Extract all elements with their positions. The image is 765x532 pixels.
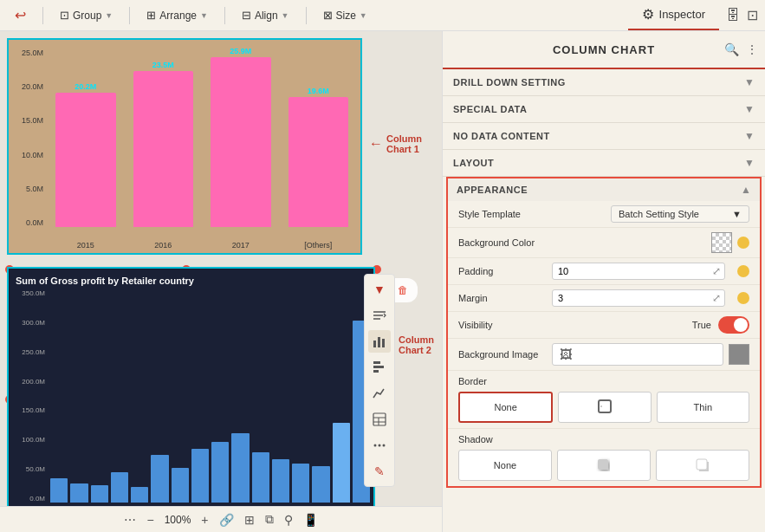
drill-down-section[interactable]: DRILL DOWN SETTING ▼ <box>443 69 765 96</box>
shadow-thin-option[interactable] <box>656 450 749 481</box>
link-icon[interactable]: 🔗 <box>219 513 234 527</box>
bg-image-row: Background Image 🖼 <box>448 339 760 371</box>
bg-image-input[interactable]: 🖼 <box>552 343 723 366</box>
border-thin-option[interactable]: Thin <box>657 392 749 423</box>
visibility-toggle[interactable] <box>718 316 749 334</box>
svg-point-14 <box>379 444 381 447</box>
padding-input-wrap: ⤢ <box>552 263 725 280</box>
margin-dot[interactable] <box>737 292 749 304</box>
undo-button[interactable]: ↩ <box>7 3 34 27</box>
layout-chevron-icon: ▼ <box>744 157 755 169</box>
filter-icon-btn[interactable]: ▼ <box>368 278 391 301</box>
style-template-dropdown[interactable]: Batch Setting Style ▼ <box>611 205 749 223</box>
padding-expand-icon[interactable]: ⤢ <box>709 265 724 277</box>
layers-icon[interactable]: ⧉ <box>265 512 274 527</box>
appearance-chevron-icon: ▲ <box>741 184 751 196</box>
padding-input[interactable] <box>553 263 709 279</box>
size-label: Size <box>336 10 356 22</box>
border-solid-icon <box>596 398 613 417</box>
chart2-bars: Australia Brazil Finland Italy Mexico Sp… <box>47 289 373 515</box>
zoom-in-icon[interactable]: + <box>201 513 208 527</box>
no-data-section[interactable]: NO DATA CONTENT ▼ <box>443 123 765 150</box>
padding-label: Padding <box>458 266 545 276</box>
device-icon[interactable]: 📱 <box>303 513 318 527</box>
more-options-icon[interactable]: ⋮ <box>746 42 758 56</box>
arrange-label: Arrange <box>159 10 197 22</box>
align-label: Align <box>255 10 278 22</box>
delete-chart-icon[interactable]: 🗑 <box>393 281 412 300</box>
style-template-label: Style Template <box>458 209 545 219</box>
grid-icon[interactable]: ⊞ <box>244 513 255 527</box>
align-button[interactable]: ⊟ Align ▼ <box>234 5 297 25</box>
chart1-bars: 20.2M 23.5M 25.9M 19.6M <box>47 49 357 227</box>
visibility-toggle-wrap: True <box>692 316 749 334</box>
inspector-tab-button[interactable]: ⚙ Inspector <box>628 0 719 30</box>
shadow-section: Shadow None <box>448 429 760 486</box>
shadow-soft-option[interactable] <box>557 450 651 481</box>
svg-point-13 <box>374 444 377 447</box>
chart1-container[interactable]: 25.0M 20.0M 15.0M 10.0M 5.0M 0.0M 20.2M … <box>7 38 362 255</box>
menu-dots-icon[interactable]: ⋯ <box>124 513 136 527</box>
zoom-display: 100% <box>165 514 191 526</box>
inspector-panel: COLUMN CHART 🔍 ⋮ DRILL DOWN SETTING ▼ SP… <box>442 31 765 532</box>
shadow-none-option[interactable]: None <box>458 450 552 481</box>
separator2 <box>129 7 130 24</box>
group-button[interactable]: ⊡ Group ▼ <box>52 5 120 25</box>
bg-image-label: Background Image <box>458 349 545 360</box>
margin-input[interactable] <box>553 290 709 306</box>
padding-dot[interactable] <box>737 265 749 277</box>
margin-input-wrap: ⤢ <box>552 289 725 307</box>
align-chevron-icon: ▼ <box>282 11 289 20</box>
edit-icon-btn[interactable]: ✎ <box>368 460 391 483</box>
arrange-button[interactable]: ⊞ Arrange ▼ <box>139 5 216 25</box>
zoom-level-label: 100% <box>165 514 191 526</box>
visibility-label: Visibility <box>458 320 545 330</box>
special-data-section[interactable]: SPECIAL DATA ▼ <box>443 96 765 123</box>
bg-color-dot[interactable] <box>737 237 749 249</box>
bg-color-swatch[interactable] <box>711 232 732 253</box>
table-icon-btn[interactable] <box>368 408 391 431</box>
margin-label: Margin <box>458 293 545 303</box>
database-icon[interactable]: 🗄 <box>726 8 740 23</box>
shadow-label: Shadow <box>458 434 749 444</box>
style-dropdown-chevron-icon: ▼ <box>732 209 742 219</box>
border-label: Border <box>458 376 749 386</box>
separator <box>42 7 43 24</box>
appearance-header[interactable]: APPEARANCE ▲ <box>448 178 760 201</box>
svg-rect-5 <box>382 339 385 347</box>
toggle-knob <box>734 318 748 332</box>
size-chevron-icon: ▼ <box>360 11 367 20</box>
border-section: Border None Thin <box>448 371 760 429</box>
sidebar-collapse-icon[interactable]: ⊡ <box>747 7 758 23</box>
bg-color-row: Background Color <box>448 228 760 258</box>
chart2-y-axis: 350.0M 300.0M 250.0M 200.0M 150.0M 100.0… <box>9 289 47 515</box>
chart2-title: Sum of Gross profit by Retailer country <box>9 269 373 289</box>
chart1-y-axis: 25.0M 20.0M 15.0M 10.0M 5.0M 0.0M <box>9 49 45 227</box>
column-chart-icon-btn[interactable] <box>368 330 391 353</box>
search-icon[interactable]: 🔍 <box>724 42 739 56</box>
layout-section[interactable]: LAYOUT ▼ <box>443 150 765 177</box>
inspector-header: COLUMN CHART 🔍 ⋮ <box>443 31 765 69</box>
no-data-chevron-icon: ▼ <box>744 130 755 142</box>
chart2-container[interactable]: Sum of Gross profit by Retailer country … <box>7 267 375 527</box>
canvas-area: 25.0M 20.0M 15.0M 10.0M 5.0M 0.0M 20.2M … <box>0 31 442 532</box>
image-placeholder-icon: 🖼 <box>560 347 572 361</box>
line-chart-icon-btn[interactable] <box>368 382 391 405</box>
gear-icon: ⚙ <box>642 6 654 23</box>
margin-expand-icon[interactable]: ⤢ <box>709 292 724 304</box>
undo-icon: ↩ <box>15 7 26 23</box>
left-arrow-icon: ← <box>369 136 383 152</box>
border-none-option[interactable]: None <box>458 392 553 423</box>
border-solid-option[interactable] <box>558 392 651 423</box>
size-button[interactable]: ⊠ Size ▼ <box>315 5 375 25</box>
style-template-value: Batch Setting Style <box>619 209 699 219</box>
magnet-icon[interactable]: ⚲ <box>284 513 293 527</box>
sort-icon-btn[interactable] <box>368 304 391 327</box>
more-chart-icon-btn[interactable] <box>368 434 391 457</box>
chart2-body: 350.0M 300.0M 250.0M 200.0M 150.0M 100.0… <box>9 289 373 515</box>
size-icon: ⊠ <box>323 9 333 22</box>
bar-chart-icon-btn[interactable] <box>368 356 391 379</box>
bg-image-color-swatch[interactable] <box>729 344 749 365</box>
zoom-out-icon[interactable]: − <box>146 513 153 527</box>
border-none-label: None <box>495 402 517 412</box>
